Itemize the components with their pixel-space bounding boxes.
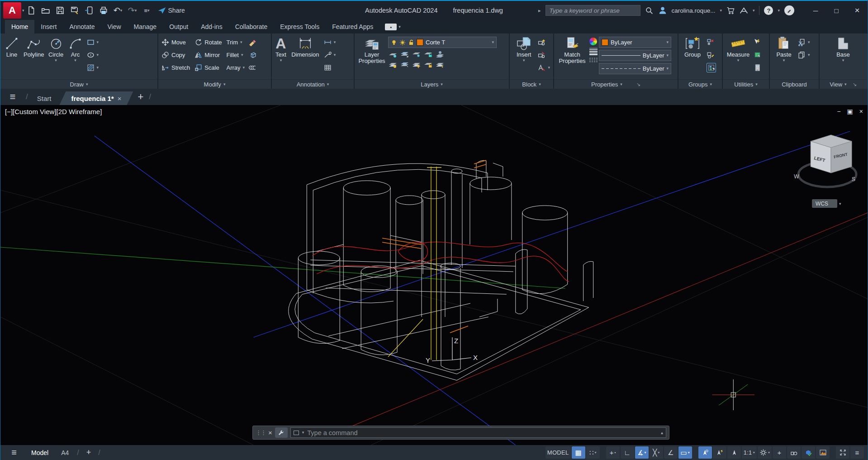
rotate-tool[interactable]: Rotate [194,37,223,48]
user-avatar-icon[interactable] [658,6,667,15]
plot-button[interactable] [97,4,110,17]
dim-caret-icon[interactable]: ▾ [334,40,336,44]
array-tool[interactable]: Array▾ [226,62,258,73]
isodraft-caret-icon[interactable]: ▾ [658,450,659,455]
new-drawing-tab-button[interactable]: + [133,91,148,103]
customize-qat-button[interactable]: ≡▾ [140,4,154,17]
graphics-performance-button[interactable] [802,446,815,459]
table-tool[interactable] [323,62,337,73]
viewport-close-icon[interactable]: × [859,108,863,115]
dimension-tool[interactable]: Dimension [289,35,322,58]
layer-combo-caret-icon[interactable]: ▾ [492,40,494,44]
feedback-button[interactable] [784,5,794,15]
window-maximize-button[interactable]: □ [826,1,847,19]
customization-button[interactable]: + [773,446,786,459]
command-history-icon[interactable]: ▴ [661,430,663,435]
insert-caret-icon[interactable]: ▾ [523,58,525,62]
app-store-cart-icon[interactable] [726,6,735,15]
ellipse-caret-icon[interactable]: ▾ [97,53,99,57]
model-tab[interactable]: Model [24,449,56,456]
tab-view[interactable]: View [101,20,127,34]
viewport-minimize-icon[interactable]: − [837,108,840,115]
copy-clip-caret-icon[interactable]: ▾ [808,53,810,57]
autodesk-logo-icon[interactable] [740,6,748,15]
tab-add-ins[interactable]: Add-ins [194,20,228,34]
viewport-controls-label[interactable]: [−][Custom View][2D Wireframe] [5,108,102,115]
fillet-caret-icon[interactable]: ▾ [241,53,243,57]
spring-icon[interactable] [249,64,256,72]
new-file-button[interactable] [24,4,38,17]
annotation-autoscale-toggle[interactable] [713,446,726,459]
ortho-toggle[interactable]: ∟ [621,446,634,459]
scale-tool[interactable]: Scale [194,62,223,73]
arc-tool[interactable]: Arc ▾ [66,35,85,63]
hatch-tool[interactable]: ▾ [86,62,100,73]
ellipse-tool[interactable]: ▾ [86,49,100,61]
layer-thaw-icon[interactable] [399,39,406,46]
osnap-caret-icon[interactable]: ▾ [688,450,690,455]
paste-caret-icon[interactable]: ▾ [783,58,785,62]
redo-caret-icon[interactable]: ▾ [135,9,137,13]
search-icon[interactable] [645,6,654,15]
close-tab-icon[interactable]: × [118,95,122,102]
circle-caret-icon[interactable]: ▾ [55,58,57,62]
layer-on-icon[interactable] [391,39,397,46]
layer-thaw-all-icon[interactable] [412,61,422,69]
layer-freeze-icon[interactable] [412,50,422,58]
layer-off-icon[interactable] [388,50,398,58]
tab-annotate[interactable]: Annotate [63,20,101,34]
tab-featured-apps[interactable]: Featured Apps [326,20,379,34]
new-layout-button[interactable]: + [82,448,96,457]
workspace-switching-button[interactable]: ▾ [758,446,772,459]
file-tab-document[interactable]: frequencia 1* × [59,91,133,105]
command-dock-grip[interactable]: ⋮⋮ [256,429,266,436]
dynamic-input-toggle[interactable]: +▪ [606,446,620,459]
dimension-style-tool[interactable]: ▾ [323,37,337,48]
ribbon-collapse-caret-icon[interactable]: ▾ [398,25,401,29]
user-menu-caret-icon[interactable]: ▾ [720,9,722,13]
panel-label-clipboard[interactable]: Clipboard [770,79,819,89]
polyline-tool[interactable]: Polyline [22,35,46,58]
base-tool[interactable]: Base ▾ [830,35,857,63]
workspace-caret-icon[interactable]: ▾ [768,450,770,455]
view-dialog-launcher-icon[interactable]: ↘ [853,81,857,87]
fillet-tool[interactable]: Fillet▾ [226,49,258,61]
window-minimize-button[interactable]: ─ [805,1,826,19]
isodraft-toggle[interactable]: ╳▾ [650,446,663,459]
box-3d-icon[interactable] [249,51,256,59]
layer-user-icon[interactable] [435,50,445,58]
viewcube[interactable]: W S LEFT FRONT WCS ▾ [794,135,856,208]
save-as-button[interactable] [68,4,81,17]
lineweight-combo[interactable]: ByLayer▾ [599,50,671,61]
ribbon-collapse-button[interactable]: ▴ [385,24,397,30]
viewport-restore-icon[interactable]: ▣ [847,108,853,115]
select-similar-tool[interactable] [753,49,762,61]
mirror-tool[interactable]: Mirror [194,49,223,61]
command-customize-button[interactable] [275,427,288,438]
copy-clip-tool[interactable]: ▾ [797,49,811,61]
circle-tool[interactable]: Circle ▾ [47,35,65,63]
panel-label-modify[interactable]: Modify▾ [158,79,271,89]
open-file-button[interactable] [39,4,52,17]
rectangle-tool[interactable]: ▾ [86,37,100,48]
quick-select-tool[interactable] [753,37,762,48]
properties-dialog-launcher-icon[interactable]: ↘ [636,81,640,87]
ungroup-tool[interactable] [706,37,717,48]
array-caret-icon[interactable]: ▾ [243,66,245,70]
quick-calculator-tool[interactable] [753,62,762,73]
help-caret-icon[interactable]: ▾ [778,9,780,13]
object-snap-tracking-toggle[interactable]: ∠ [664,446,678,459]
tab-express-tools[interactable]: Express Tools [274,20,326,34]
measure-caret-icon[interactable]: ▾ [737,58,740,62]
hardware-acceleration-button[interactable] [816,446,830,459]
annotation-scale-button[interactable]: 1:1▾ [742,446,757,459]
layer-properties-tool[interactable]: Layer Properties [357,35,387,65]
model-space-toggle[interactable]: MODEL [545,446,571,459]
group-selection-toggle[interactable] [706,62,717,73]
drawing-area[interactable]: [−][Custom View][2D Wireframe] − ▣ × [0,105,868,445]
paste-tool[interactable]: Paste ▾ [772,35,796,63]
window-close-button[interactable]: × [847,1,868,19]
insert-block-tool[interactable]: Insert ▾ [512,35,536,63]
leader-caret-icon[interactable]: ▾ [334,53,336,57]
undo-button[interactable]: ↶▾ [111,4,125,17]
